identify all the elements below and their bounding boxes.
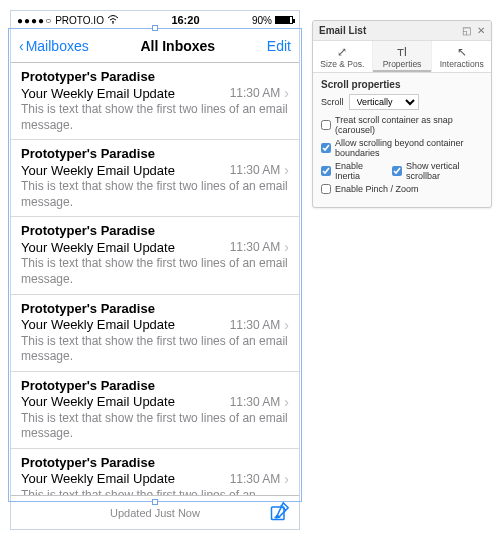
email-sender: Prototyper's Paradise bbox=[21, 223, 289, 238]
panel-popout-icon[interactable]: ◱ bbox=[462, 25, 471, 36]
email-subject: Your Weekly Email Update bbox=[21, 317, 175, 332]
email-preview: This is text that show the first two lin… bbox=[21, 334, 289, 365]
email-sender: Prototyper's Paradise bbox=[21, 69, 289, 84]
clock-time: 16:20 bbox=[171, 14, 199, 26]
updated-label: Updated Just Now bbox=[110, 507, 200, 519]
email-subject: Your Weekly Email Update bbox=[21, 163, 175, 178]
email-preview: This is text that show the first two lin… bbox=[21, 179, 289, 210]
email-row[interactable]: Prototyper's ParadiseYour Weekly Email U… bbox=[11, 449, 299, 495]
checkbox-snap-label: Treat scroll container as snap (carousel… bbox=[335, 115, 483, 135]
svg-point-0 bbox=[112, 22, 114, 24]
checkbox-inertia-input[interactable] bbox=[321, 166, 331, 176]
compose-icon bbox=[269, 502, 289, 522]
checkbox-scrollbar[interactable]: Show vertical scrollbar bbox=[392, 161, 483, 181]
tab-properties[interactable]: ᴛI Properties bbox=[373, 41, 433, 72]
email-time: 11:30 AM bbox=[230, 318, 281, 332]
cursor-icon: ↖ bbox=[434, 46, 489, 58]
tab-inter-label: Interactions bbox=[440, 59, 484, 69]
email-subject: Your Weekly Email Update bbox=[21, 240, 175, 255]
checkbox-inertia-label: Enable Inertia bbox=[335, 161, 382, 181]
tab-props-label: Properties bbox=[383, 59, 422, 69]
nav-bar: ‹ Mailboxes All Inboxes Edit bbox=[11, 29, 299, 63]
chevron-right-icon: › bbox=[284, 239, 289, 255]
panel-tabs: ⤢ Size & Pos. ᴛI Properties ↖ Interactio… bbox=[313, 41, 491, 73]
checkbox-scrollbar-input[interactable] bbox=[392, 166, 402, 176]
tab-size-label: Size & Pos. bbox=[320, 59, 364, 69]
email-time: 11:30 AM bbox=[230, 395, 281, 409]
chevron-right-icon: › bbox=[284, 471, 289, 487]
edit-button[interactable]: Edit bbox=[267, 38, 291, 54]
compose-button[interactable] bbox=[269, 502, 289, 526]
status-bar: ●●●●○ PROTO.IO 16:20 90% bbox=[11, 11, 299, 29]
panel-header[interactable]: Email List ◱ ✕ bbox=[313, 21, 491, 41]
email-preview: This is text that show the first two lin… bbox=[21, 256, 289, 287]
section-heading: Scroll properties bbox=[321, 79, 483, 90]
email-row[interactable]: Prototyper's ParadiseYour Weekly Email U… bbox=[11, 372, 299, 449]
checkbox-beyond-input[interactable] bbox=[321, 143, 331, 153]
chevron-right-icon: › bbox=[284, 317, 289, 333]
email-subject: Your Weekly Email Update bbox=[21, 394, 175, 409]
chevron-left-icon: ‹ bbox=[19, 38, 24, 54]
email-sender: Prototyper's Paradise bbox=[21, 378, 289, 393]
email-row[interactable]: Prototyper's ParadiseYour Weekly Email U… bbox=[11, 217, 299, 294]
text-icon: ᴛI bbox=[375, 46, 430, 58]
panel-body: Scroll properties Scroll Vertically Trea… bbox=[313, 73, 491, 207]
email-time: 11:30 AM bbox=[230, 86, 281, 100]
checkbox-inertia[interactable]: Enable Inertia bbox=[321, 161, 382, 181]
chevron-right-icon: › bbox=[284, 85, 289, 101]
panel-title: Email List bbox=[319, 25, 366, 36]
chevron-right-icon: › bbox=[284, 162, 289, 178]
checkbox-pinch[interactable]: Enable Pinch / Zoom bbox=[321, 184, 483, 194]
checkbox-beyond-label: Allow scrolling beyond container boundar… bbox=[335, 138, 483, 158]
carrier-label: PROTO.IO bbox=[55, 15, 104, 26]
page-title: All Inboxes bbox=[140, 38, 215, 54]
email-sender: Prototyper's Paradise bbox=[21, 455, 289, 470]
email-preview: This is text that show the first two lin… bbox=[21, 411, 289, 442]
back-label: Mailboxes bbox=[26, 38, 89, 54]
email-row[interactable]: Prototyper's ParadiseYour Weekly Email U… bbox=[11, 63, 299, 140]
checkbox-snap[interactable]: Treat scroll container as snap (carousel… bbox=[321, 115, 483, 135]
email-time: 11:30 AM bbox=[230, 163, 281, 177]
email-time: 11:30 AM bbox=[230, 240, 281, 254]
scroll-label: Scroll bbox=[321, 97, 344, 107]
email-row[interactable]: Prototyper's ParadiseYour Weekly Email U… bbox=[11, 140, 299, 217]
email-list[interactable]: Prototyper's ParadiseYour Weekly Email U… bbox=[11, 63, 299, 495]
battery-percent: 90% bbox=[252, 15, 272, 26]
tab-size-pos[interactable]: ⤢ Size & Pos. bbox=[313, 41, 373, 72]
email-subject: Your Weekly Email Update bbox=[21, 86, 175, 101]
checkbox-snap-input[interactable] bbox=[321, 120, 331, 130]
checkbox-pinch-input[interactable] bbox=[321, 184, 331, 194]
resize-icon: ⤢ bbox=[315, 46, 370, 58]
email-preview: This is text that show the first two lin… bbox=[21, 102, 289, 133]
wifi-icon bbox=[107, 15, 119, 26]
back-button[interactable]: ‹ Mailboxes bbox=[19, 38, 89, 54]
phone-frame: ●●●●○ PROTO.IO 16:20 90% ‹ Mailboxes All… bbox=[10, 10, 300, 530]
email-sender: Prototyper's Paradise bbox=[21, 301, 289, 316]
scroll-select[interactable]: Vertically bbox=[349, 94, 419, 110]
chevron-right-icon: › bbox=[284, 394, 289, 410]
tab-interactions[interactable]: ↖ Interactions bbox=[432, 41, 491, 72]
properties-panel: Email List ◱ ✕ ⤢ Size & Pos. ᴛI Properti… bbox=[312, 20, 492, 208]
signal-dots-icon: ●●●●○ bbox=[17, 15, 52, 26]
email-row[interactable]: Prototyper's ParadiseYour Weekly Email U… bbox=[11, 295, 299, 372]
bottom-toolbar: Updated Just Now bbox=[11, 495, 299, 529]
checkbox-pinch-label: Enable Pinch / Zoom bbox=[335, 184, 419, 194]
battery-icon bbox=[275, 16, 293, 24]
checkbox-scrollbar-label: Show vertical scrollbar bbox=[406, 161, 483, 181]
panel-close-icon[interactable]: ✕ bbox=[477, 25, 485, 36]
email-preview: This is text that show the first two lin… bbox=[21, 488, 289, 495]
checkbox-beyond[interactable]: Allow scrolling beyond container boundar… bbox=[321, 138, 483, 158]
email-time: 11:30 AM bbox=[230, 472, 281, 486]
email-subject: Your Weekly Email Update bbox=[21, 471, 175, 486]
email-sender: Prototyper's Paradise bbox=[21, 146, 289, 161]
